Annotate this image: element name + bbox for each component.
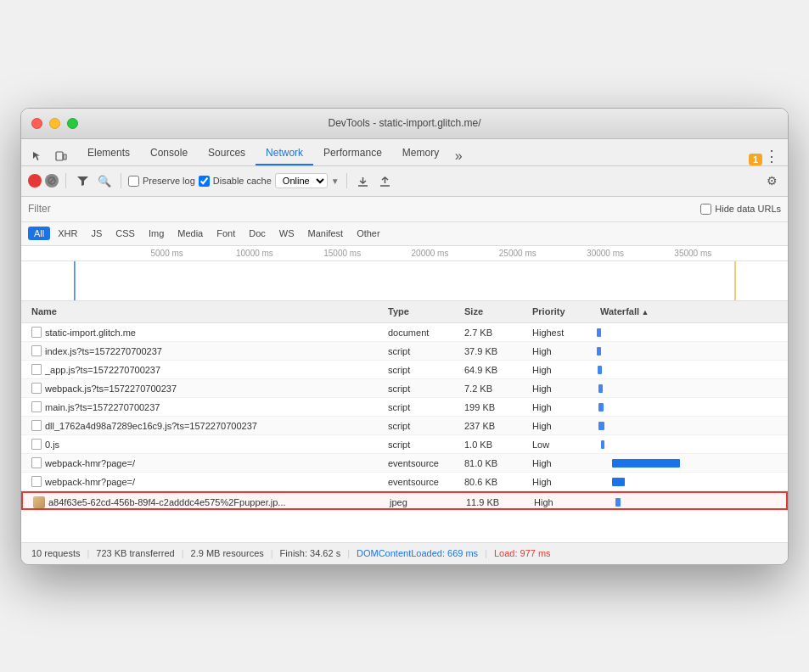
table-row[interactable]: dll_1762a4d98a7289ec16c9.js?ts=157227070…	[21, 417, 788, 435]
more-tabs-button[interactable]: »	[449, 147, 468, 165]
maximize-button[interactable]	[67, 118, 78, 129]
svg-line-3	[49, 178, 54, 183]
preserve-log-label: Preserve log	[128, 176, 195, 187]
settings-icon[interactable]: ⚙	[762, 171, 781, 190]
svg-rect-0	[56, 152, 63, 160]
filter-type-all[interactable]: All	[28, 227, 50, 240]
cell-waterfall	[597, 454, 781, 473]
hide-data-urls-checkbox[interactable]	[700, 204, 711, 215]
separator-3	[346, 173, 347, 188]
inspector-icon[interactable]	[28, 147, 47, 165]
filter-type-xhr[interactable]: XHR	[52, 227, 83, 240]
cell-waterfall	[597, 435, 781, 454]
minimize-button[interactable]	[49, 118, 60, 129]
file-icon	[31, 457, 42, 468]
main-tab-bar: ElementsConsoleSourcesNetworkPerformance…	[21, 139, 788, 166]
filter-type-manifest[interactable]: Manifest	[302, 227, 350, 240]
timeline-tick: 30000 ms	[561, 249, 649, 258]
cell-name: webpack.js?ts=1572270700237	[28, 383, 385, 394]
cell-type: jpeg	[386, 497, 463, 507]
filter-type-font[interactable]: Font	[211, 227, 241, 240]
cell-name: a84f63e5-62cd-456b-89f4-c2adddc4e575%2Fp…	[30, 496, 386, 508]
cell-priority: Highest	[529, 328, 597, 338]
tab-memory[interactable]: Memory	[392, 142, 449, 165]
file-icon	[31, 383, 42, 394]
close-button[interactable]	[31, 118, 42, 129]
filter-type-row: AllXHRJSCSSImgMediaFontDocWSManifestOthe…	[21, 222, 788, 246]
cell-name: webpack-hmr?page=/	[28, 457, 385, 468]
preserve-log-checkbox[interactable]	[128, 176, 139, 187]
svg-rect-1	[64, 154, 66, 160]
cell-type: eventsource	[385, 477, 461, 487]
th-waterfall[interactable]: Waterfall	[597, 306, 781, 316]
filter-type-other[interactable]: Other	[351, 227, 386, 240]
filter-type-css[interactable]: CSS	[110, 227, 141, 240]
filter-type-img[interactable]: Img	[143, 227, 170, 240]
devtools-menu-button[interactable]: ⋮	[762, 147, 781, 165]
file-icon	[31, 401, 42, 412]
export-icon[interactable]	[376, 171, 395, 190]
timeline-orange-indicator	[734, 261, 736, 301]
cell-type: script	[385, 346, 461, 356]
table-row[interactable]: webpack-hmr?page=/eventsource81.0 KBHigh	[21, 454, 788, 473]
tab-network[interactable]: Network	[256, 142, 313, 165]
filter-icon[interactable]	[73, 171, 92, 190]
filter-type-js[interactable]: JS	[85, 227, 108, 240]
filter-type-media[interactable]: Media	[171, 227, 209, 240]
cell-priority: High	[529, 477, 597, 487]
traffic-lights	[31, 118, 78, 129]
file-icon	[31, 476, 42, 487]
search-icon[interactable]: 🔍	[95, 171, 114, 190]
cell-waterfall	[597, 473, 781, 491]
tab-elements[interactable]: Elements	[77, 142, 140, 165]
timeline-tick: 5000 ms	[123, 249, 211, 258]
transferred: 723 KB transferred	[96, 548, 174, 558]
filter-type-ws[interactable]: WS	[273, 227, 301, 240]
status-bar: 10 requests | 723 KB transferred | 2.9 M…	[21, 542, 788, 564]
table-row[interactable]: _app.js?ts=1572270700237script64.9 KBHig…	[21, 361, 788, 379]
tab-sources[interactable]: Sources	[198, 142, 256, 165]
timeline-bars	[21, 261, 788, 301]
cell-size: 7.2 KB	[461, 384, 529, 394]
tab-list: ElementsConsoleSourcesNetworkPerformance…	[77, 139, 449, 165]
device-toolbar-icon[interactable]	[52, 147, 70, 165]
timeline-tick: 35000 ms	[649, 249, 737, 258]
load-time: Load: 977 ms	[494, 548, 551, 558]
table-row[interactable]: index.js?ts=1572270700237script37.9 KBHi…	[21, 342, 788, 361]
network-throttle-select[interactable]: Online	[275, 173, 328, 188]
cell-waterfall	[597, 417, 781, 435]
tab-console[interactable]: Console	[140, 142, 198, 165]
cell-priority: High	[529, 365, 597, 375]
table-row[interactable]: main.js?ts=1572270700237script199 KBHigh	[21, 398, 788, 417]
window-title: DevTools - static-import.glitch.me/	[328, 117, 480, 129]
record-button[interactable]	[28, 174, 42, 188]
import-icon[interactable]	[354, 171, 373, 190]
table-row[interactable]: webpack.js?ts=1572270700237script7.2 KBH…	[21, 379, 788, 398]
clear-button[interactable]	[45, 174, 59, 188]
disable-cache-checkbox[interactable]	[199, 176, 210, 187]
th-priority: Priority	[529, 306, 597, 316]
table-row[interactable]: 0.jsscript1.0 KBLow	[21, 435, 788, 454]
tab-performance[interactable]: Performance	[313, 142, 392, 165]
cell-size: 1.0 KB	[461, 440, 529, 450]
cell-type: eventsource	[385, 458, 461, 468]
cell-type: script	[385, 421, 461, 431]
cell-priority: High	[529, 402, 597, 412]
filter-type-doc[interactable]: Doc	[243, 227, 272, 240]
table-row[interactable]: a84f63e5-62cd-456b-89f4-c2adddc4e575%2Fp…	[21, 491, 788, 510]
cell-size: 81.0 KB	[461, 458, 529, 468]
cell-size: 80.6 KB	[461, 477, 529, 487]
cell-priority: High	[529, 346, 597, 356]
cell-type: script	[385, 440, 461, 450]
th-type: Type	[385, 306, 461, 316]
table-row[interactable]: webpack-hmr?page=/eventsource80.6 KBHigh	[21, 473, 788, 491]
cell-name: dll_1762a4d98a7289ec16c9.js?ts=157227070…	[28, 420, 385, 431]
table-row[interactable]: static-import.glitch.medocument2.7 KBHig…	[21, 323, 788, 342]
finish-time: Finish: 34.62 s	[280, 548, 341, 558]
cell-name: 0.js	[28, 439, 385, 450]
th-name: Name	[28, 306, 385, 316]
cell-type: script	[385, 402, 461, 412]
filter-input[interactable]	[28, 203, 694, 215]
file-icon	[31, 364, 42, 375]
cell-waterfall	[597, 379, 781, 398]
